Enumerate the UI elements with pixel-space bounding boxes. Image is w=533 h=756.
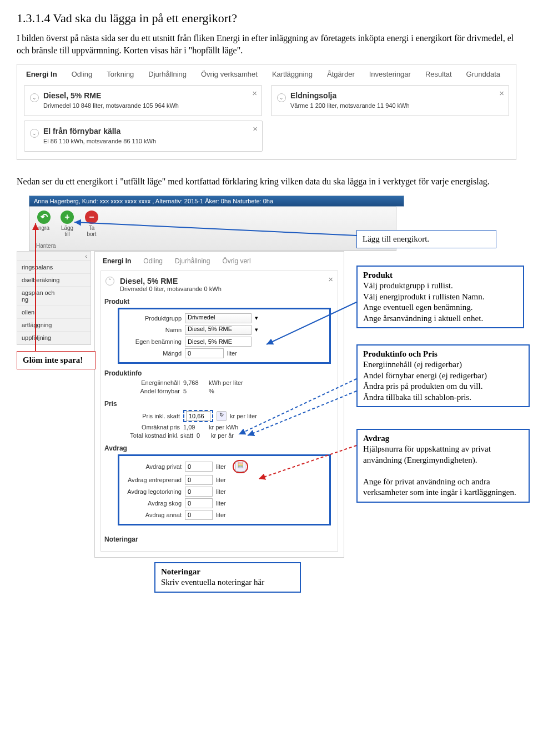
card-eldningsolja[interactable]: ⌄ × Eldningsolja Värme 1 200 liter, mots… — [271, 85, 509, 116]
avdrag-skog-input[interactable] — [185, 498, 213, 508]
energiinnehall-value: 9,768 — [183, 379, 205, 386]
tab-energi-in[interactable]: Energi In — [26, 70, 57, 78]
undo-button[interactable]: ↶ ngra — [33, 211, 55, 231]
sidebar-item[interactable]: artläggning — [17, 319, 90, 332]
label-energiinnehall: Energiinnehåll — [120, 379, 180, 386]
product-group-highlight: Produktgrupp Drivmedel▾ Namn Diesel, 5% … — [118, 308, 331, 364]
andel-value: 5 — [183, 388, 205, 394]
callout-produkt: Produkt Välj produktgrupp i rullist. Väl… — [356, 266, 524, 329]
plus-icon: + — [61, 211, 74, 224]
label-omraknat: Omräknat pris — [120, 424, 180, 430]
close-icon[interactable]: × — [253, 124, 258, 133]
callout-avdrag: Avdrag Hjälpsnurra för uppskattning av p… — [356, 429, 530, 503]
callout-heading: Avdrag — [363, 433, 523, 444]
chevron-down-icon[interactable]: ⌄ — [277, 93, 286, 102]
tab-torkning[interactable]: Torkning — [107, 70, 134, 78]
namn-select[interactable]: Diesel, 5% RME — [185, 325, 252, 335]
egen-benamning-input[interactable] — [185, 337, 252, 347]
close-icon[interactable]: × — [252, 89, 257, 97]
tab-atgarder[interactable]: Åtgärder — [327, 70, 355, 78]
form-card-title: Diesel, 5% RME — [120, 277, 331, 286]
avdrag-annat-input[interactable] — [185, 510, 213, 520]
tab-grunddata[interactable]: Grunddata — [466, 70, 500, 78]
andel-unit: % — [209, 388, 214, 394]
sidebar-item[interactable]: dselberäkning — [17, 274, 90, 287]
card-title: Diesel, 5% RME — [43, 91, 254, 100]
card-subtitle: Värme 1 200 liter, motsvarande 11 940 kW… — [290, 102, 501, 109]
tab-energi-in[interactable]: Energi In — [103, 257, 131, 265]
help-icon[interactable]: 🧮 — [235, 462, 245, 472]
totalkostnad-unit: kr per år — [211, 432, 234, 439]
tab-ovrig[interactable]: Övrig verksamhet — [201, 70, 258, 78]
avdrag-unit: liter — [216, 500, 226, 507]
avdrag-entreprenad-input[interactable] — [185, 475, 213, 485]
refresh-icon[interactable]: ↻ — [217, 411, 227, 421]
annotated-screenshot: Anna Hagerberg, Kund: xxx xxxx xxxx xxxx… — [17, 196, 516, 601]
chevron-up-icon[interactable]: ⌃ — [105, 277, 114, 286]
sidebar-item[interactable]: ollen — [17, 306, 90, 319]
avdrag-unit: liter — [216, 488, 226, 495]
label-mangd: Mängd — [122, 350, 182, 357]
label-egen-benamning: Egen benämning — [122, 338, 182, 345]
undo-label: ngra — [38, 225, 49, 231]
label-namn: Namn — [122, 327, 182, 333]
card-el-fornybar[interactable]: ⌄ × El från förnybar källa El 86 110 kWh… — [24, 121, 263, 152]
undo-icon: ↶ — [37, 211, 51, 224]
label-avdrag-privat: Avdrag privat — [122, 463, 182, 470]
ribbon-section-label: Hantera — [36, 243, 56, 249]
avdrag-privat-input[interactable] — [185, 462, 213, 472]
card-title: Eldningsolja — [290, 91, 501, 100]
tab-odling[interactable]: Odling — [143, 257, 163, 265]
tab-ovrig[interactable]: Övrig verl — [222, 257, 250, 265]
tab-djurhallning[interactable]: Djurhållning — [148, 70, 187, 78]
doc-paragraph-2: Nedan ser du ett energikort i "utfällt l… — [17, 176, 516, 188]
callout-body: Hjälpsnurra för uppskattning av privat a… — [363, 444, 523, 498]
tab-kartlaggning[interactable]: Kartläggning — [272, 70, 313, 78]
label-avdrag-skog: Avdrag skog — [122, 500, 182, 507]
remove-button[interactable]: − Ta bort — [81, 211, 103, 237]
avdrag-legotorkning-input[interactable] — [185, 487, 213, 497]
omraknat-value: 1,09 — [183, 424, 205, 430]
card-subtitle: Drivmedel 10 848 liter, motsvarande 105 … — [43, 102, 254, 109]
pris-unit: kr per liter — [230, 413, 257, 419]
callout-laggtill: Lägg till energikort. — [356, 230, 496, 249]
avdrag-unit: liter — [216, 477, 226, 483]
callout-text: Lägg till energikort. — [363, 234, 429, 243]
label-pris: Pris inkl. skatt — [120, 413, 180, 419]
chevron-down-icon[interactable]: ⌄ — [30, 129, 39, 138]
tab-investeringar[interactable]: Investeringar — [369, 70, 411, 78]
sidebar-item[interactable]: uppföljning — [17, 332, 90, 344]
callout-heading: Produkt — [363, 270, 517, 281]
sidebar-item[interactable]: ringsbalans — [17, 261, 90, 274]
help-icon-circle: 🧮 — [233, 460, 248, 473]
close-icon[interactable]: × — [328, 274, 333, 284]
callout-body: Välj produktgrupp i rullist. Välj energi… — [363, 281, 517, 324]
tab-odling[interactable]: Odling — [72, 70, 93, 78]
pris-input[interactable] — [186, 411, 210, 421]
ribbon: ↶ ngra + Lägg till − Ta bort Hantera — [29, 207, 396, 251]
chevron-down-icon[interactable]: ⌄ — [30, 93, 39, 102]
add-button[interactable]: + Lägg till — [56, 211, 78, 237]
label-avdrag-annat: Avdrag annat — [122, 512, 182, 518]
card-subtitle: El 86 110 kWh, motsvarande 86 110 kWh — [43, 138, 254, 144]
sidebar-item[interactable]: agsplan och ng — [17, 287, 90, 306]
omraknat-unit: kr per kWh — [209, 424, 238, 430]
card-diesel[interactable]: ⌄ × Diesel, 5% RME Drivmedel 10 848 lite… — [24, 85, 262, 116]
callout-glom-spara: Glöm inte spara! — [17, 351, 95, 370]
card-title: El från förnybar källa — [43, 127, 254, 136]
energy-form: Energi In Odling Djurhållning Övrig verl… — [94, 251, 344, 558]
produktgrupp-select[interactable]: Drivmedel — [185, 313, 252, 323]
label-totalkostnad: Total kostnad inkl. skatt — [120, 432, 193, 439]
window-titlebar: Anna Hagerberg, Kund: xxx xxxx xxxx xxxx… — [29, 196, 404, 207]
section-produkt: Produkt — [104, 298, 331, 306]
mangd-input[interactable] — [185, 348, 224, 358]
section-produktinfo: Produktinfo — [104, 369, 331, 377]
tab-djurhallning[interactable]: Djurhållning — [175, 257, 210, 265]
callout-heading: Noteringar — [161, 567, 294, 578]
close-icon[interactable]: × — [499, 89, 504, 97]
totalkostnad-value: 0 — [197, 432, 208, 439]
label-produktgrupp: Produktgrupp — [122, 315, 182, 322]
add-label: Lägg till — [61, 225, 73, 237]
tab-resultat[interactable]: Resultat — [425, 70, 452, 78]
sidebar-collapse[interactable]: ‹ — [17, 252, 90, 261]
